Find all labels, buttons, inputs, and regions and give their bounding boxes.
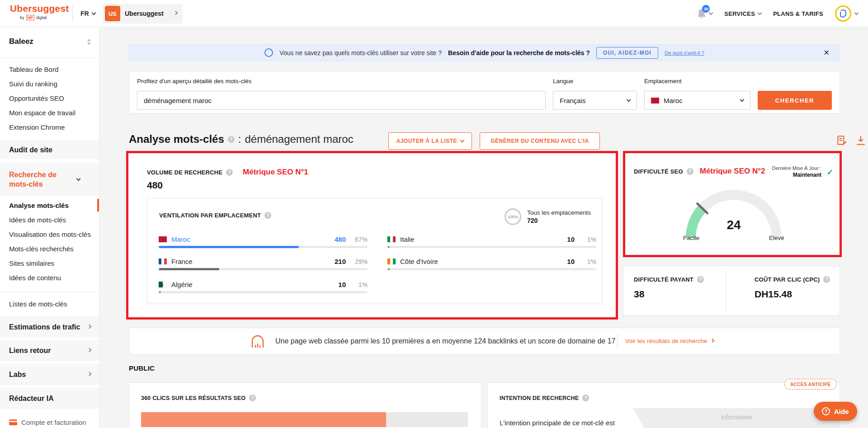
add-to-list-button[interactable]: AJOUTER À LA LISTE xyxy=(388,132,472,150)
project-name: Ubersuggest xyxy=(125,10,170,17)
help-icon[interactable] xyxy=(264,212,271,219)
seo-difficulty-card: DIFFICULTÉ SEO Métrique SEO N°2 Dernière… xyxy=(623,151,842,257)
search-intent-card: INTENTION DE RECHERCHE L'intention princ… xyxy=(487,382,840,428)
logo-by: by xyxy=(20,15,24,20)
sidebar-item-similar-sites[interactable]: Sites similaires xyxy=(0,256,99,270)
location-link[interactable]: Maroc xyxy=(171,235,321,243)
sidebar-section-site-audit[interactable]: Audit de site xyxy=(0,141,99,159)
chevron-down-icon xyxy=(854,11,859,15)
seo-clicks-card: 360 CLICS SUR LES RÉSULTATS SEO xyxy=(129,382,481,428)
yes-help-me-button[interactable]: OUI, AIDEZ-MOI xyxy=(596,47,658,59)
help-icon[interactable] xyxy=(249,395,256,401)
sidebar-section-backlinks[interactable]: Liens retour xyxy=(0,340,99,361)
sidebar-section-keyword-research[interactable]: Recherche de mots-clés xyxy=(0,163,99,196)
chevron-right-icon xyxy=(87,324,92,329)
help-icon[interactable] xyxy=(823,276,830,283)
sidebar-item-content-ideas[interactable]: Idées de contenu xyxy=(0,270,99,285)
location-row-france: France 210 29% xyxy=(159,258,368,270)
chevron-right-icon xyxy=(174,11,178,15)
chevron-down-icon xyxy=(740,98,745,102)
sidebar-item-workspace[interactable]: Mon espace de travail xyxy=(0,105,99,120)
annotation-metric-2: Métrique SEO N°2 xyxy=(700,167,765,176)
sidebar-item-keyword-ideas[interactable]: Idées de mots-clés xyxy=(0,212,99,227)
seo-clicks-bar xyxy=(141,412,468,427)
help-icon[interactable] xyxy=(228,136,235,143)
volume-header: VOLUME DE RECHERCHE xyxy=(147,169,222,176)
chevron-right-icon xyxy=(710,338,714,343)
notification-badge: 30 xyxy=(702,5,710,13)
chevron-down-icon xyxy=(76,177,81,181)
chevron-right-icon xyxy=(87,372,92,376)
breakdown-header: VENTILATION PAR EMPLACEMENT xyxy=(159,212,261,219)
title-colon: : xyxy=(238,133,241,146)
gauge-label-easy: Facile xyxy=(671,235,712,241)
avatar-glyph-icon xyxy=(839,9,848,18)
search-button[interactable]: CHERCHER xyxy=(758,91,832,110)
early-access-badge: ACCÈS ANTICIPÉ xyxy=(784,379,837,390)
download-icon[interactable] xyxy=(855,135,867,146)
sidebar-section-labs[interactable]: Labs xyxy=(0,364,99,385)
workspace-sort-icon xyxy=(87,39,91,45)
sidebar-item-keywords-searched[interactable]: Mots-clés recherchés xyxy=(0,241,99,256)
volume-bar xyxy=(159,246,368,248)
chevron-down-icon xyxy=(460,138,465,143)
keyword-input[interactable] xyxy=(137,91,546,110)
location-label: Emplacement xyxy=(644,78,682,85)
sidebar-item-keyword-overview[interactable]: Analyse mots-clés xyxy=(0,198,99,212)
help-icon[interactable] xyxy=(697,276,704,283)
keyword-help-banner: Vous ne savez pas quels mots-clés utilis… xyxy=(129,44,840,61)
view-serp-results-link[interactable]: Voir les résultats de recherche xyxy=(625,328,714,354)
sidebar-item-account-billing[interactable]: Compte et facturation xyxy=(9,419,86,426)
user-avatar[interactable] xyxy=(835,5,851,22)
volume-value: 480 xyxy=(147,180,163,191)
project-avatar: US xyxy=(105,6,120,21)
logo-digital: digital xyxy=(36,15,47,20)
sidebar-item-seo-opportunities[interactable]: Opportunités SEO xyxy=(0,91,99,105)
divider xyxy=(617,334,618,348)
notifications-button[interactable]: 30 xyxy=(697,8,712,19)
search-intent-text: L'intention principale de ce mot-clé est xyxy=(500,419,615,427)
paid-difficulty-card: DIFFICULTÉ PAYANT 38 COÛT PAR CLIC (CPC)… xyxy=(623,266,840,315)
workspace-switcher[interactable]: Baleez xyxy=(0,33,99,50)
help-icon[interactable] xyxy=(582,395,589,401)
backlinks-summary: Une page web classée parmi les 10 premiè… xyxy=(275,328,615,354)
location-row-morocco: Maroc 480 67% xyxy=(159,235,368,248)
banner-text: Vous ne savez pas quels mots-clés utilis… xyxy=(279,49,442,56)
keyword-search-form: Profitez d'un aperçu détaillé des mots-c… xyxy=(129,71,840,113)
language-select[interactable]: Français xyxy=(553,91,637,110)
sidebar-item-chrome-extension[interactable]: Extension Chrome xyxy=(0,120,99,134)
ubersuggest-logo[interactable]: Ubersuggest by NP digital xyxy=(10,3,69,20)
edit-report-icon[interactable] xyxy=(836,135,848,146)
help-button[interactable]: ? Aide xyxy=(814,402,857,421)
what-is-this-link[interactable]: De quoi s'agit-il ? xyxy=(665,50,704,56)
sidebar-item-keyword-lists[interactable]: Listes de mots-clés xyxy=(0,296,99,311)
volume-bar xyxy=(159,291,368,293)
chevron-down-icon xyxy=(709,11,713,15)
sidebar-item-dashboard[interactable]: Tableau de Bord xyxy=(0,62,99,76)
location-select[interactable]: Maroc xyxy=(644,91,750,110)
intent-funnel-segment: Informative xyxy=(633,408,840,428)
sidebar-item-rank-tracking[interactable]: Suivi du ranking xyxy=(0,76,99,91)
project-selector[interactable]: US Ubersuggest xyxy=(103,4,183,24)
help-icon[interactable] xyxy=(687,168,693,175)
sidebar-section-ai-writer[interactable]: Rédacteur IA xyxy=(0,388,99,409)
all-locations-total: 100% Tous les emplacements 720 xyxy=(505,208,591,225)
help-icon[interactable] xyxy=(226,169,233,176)
close-icon[interactable]: ✕ xyxy=(824,48,830,57)
sidebar-divider xyxy=(0,57,99,58)
flag-italy-icon xyxy=(387,236,396,242)
sidebar-section-traffic-estimation[interactable]: Estimations de trafic xyxy=(0,316,99,338)
title-keyword: déménagement maroc xyxy=(245,133,353,146)
card-divider xyxy=(726,272,726,310)
top-bar: Ubersuggest by NP digital FR US Ubersugg… xyxy=(0,0,868,27)
gauge-label-hard: Elevé xyxy=(756,235,797,241)
nav-plans-tarifs[interactable]: PLANS & TARIFS xyxy=(773,10,823,17)
language-switcher[interactable]: FR xyxy=(80,0,95,27)
keyword-input-label: Profitez d'un aperçu détaillé des mots-c… xyxy=(137,78,251,85)
generate-ai-content-button[interactable]: GÉNÉRER DU CONTENU AVEC L'IA xyxy=(480,132,600,150)
sidebar: Baleez Tableau de Bord Suivi du ranking … xyxy=(0,27,99,428)
sidebar-item-keyword-visualization[interactable]: Visualisation des mots-clés xyxy=(0,227,99,241)
page-title: Analyse mots-clés xyxy=(129,133,224,146)
nav-services[interactable]: SERVICES xyxy=(724,10,761,17)
sidebar-divider xyxy=(0,292,99,292)
